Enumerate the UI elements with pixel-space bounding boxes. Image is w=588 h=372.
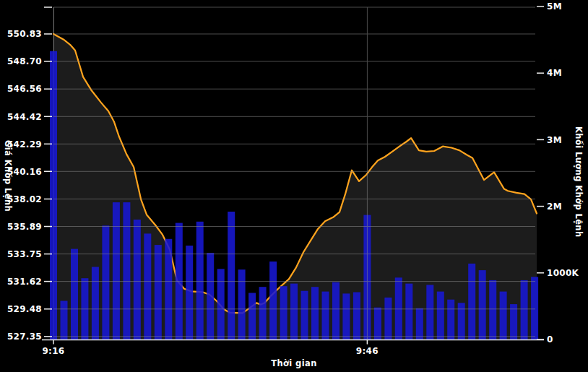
volume-bar [228, 212, 235, 339]
volume-bar [238, 269, 246, 339]
volume-tick-label: 2M [547, 202, 562, 212]
volume-bar [342, 293, 350, 339]
volume-bar [426, 285, 433, 339]
volume-bar [322, 292, 329, 339]
chart-canvas: 550.83548.70546.56544.42542.29540.16538.… [0, 0, 588, 372]
price-tick-label: 546.56 [7, 84, 42, 94]
volume-bar [311, 287, 319, 339]
volume-bar [500, 292, 507, 339]
volume-bar [510, 304, 517, 339]
time-tick-label: 9:46 [356, 346, 379, 356]
price-tick-label: 548.70 [7, 56, 42, 66]
volume-tick-label: 4M [547, 68, 562, 78]
volume-bar [196, 222, 204, 339]
volume-tick-label: 3M [547, 135, 562, 145]
volume-bar [437, 292, 444, 339]
left-axis-title: Giá Khớp Lệnh [3, 140, 13, 212]
volume-bar [384, 298, 392, 339]
volume-bar [102, 225, 109, 339]
volume-bar [447, 300, 454, 339]
volume-bar [521, 280, 528, 339]
volume-bar [405, 284, 412, 339]
volume-bar [395, 277, 402, 339]
price-tick-label: 527.35 [7, 332, 42, 342]
volume-bar [123, 202, 130, 339]
volume-bar [301, 291, 308, 339]
price-tick-label: 531.62 [7, 277, 42, 287]
price-volume-chart: 550.83548.70546.56544.42542.29540.16538.… [0, 0, 588, 372]
volume-bar [92, 267, 99, 340]
volume-bar [280, 286, 287, 339]
volume-bar [144, 233, 151, 339]
volume-bar [134, 220, 141, 339]
volume-bar [269, 261, 277, 339]
volume-bar [61, 301, 68, 340]
x-axis-title: Thời gian [245, 358, 343, 368]
volume-bar [353, 293, 360, 340]
volume-tick-label: 0 [547, 334, 553, 345]
time-tick-label: 9:16 [42, 346, 64, 356]
volume-bar [259, 287, 267, 339]
volume-bar [489, 280, 496, 339]
volume-bar [71, 249, 78, 339]
volume-bar [479, 270, 486, 339]
volume-bar [217, 269, 225, 339]
price-tick-label: 550.83 [7, 29, 42, 39]
volume-bar [290, 284, 298, 339]
volume-bar [458, 303, 465, 339]
volume-bar [468, 264, 475, 339]
price-tick-label: 544.42 [7, 112, 42, 122]
right-axis-title: Khối Lượng Khớp Lệnh [574, 126, 584, 238]
volume-bar [50, 51, 57, 339]
volume-bar [248, 293, 256, 340]
price-tick-label: 535.89 [7, 222, 42, 232]
volume-bar [374, 308, 381, 339]
price-tick-label: 533.75 [7, 249, 42, 259]
volume-bar [155, 245, 162, 339]
volume-bar [113, 202, 120, 339]
volume-bar [186, 246, 193, 339]
price-tick-label: 529.48 [7, 304, 42, 314]
volume-bar [531, 277, 538, 339]
volume-bar [332, 282, 340, 339]
volume-bar [207, 253, 214, 339]
volume-tick-label: 1000K [547, 268, 579, 278]
volume-bar [416, 308, 423, 339]
volume-tick-label: 5M [547, 1, 562, 12]
